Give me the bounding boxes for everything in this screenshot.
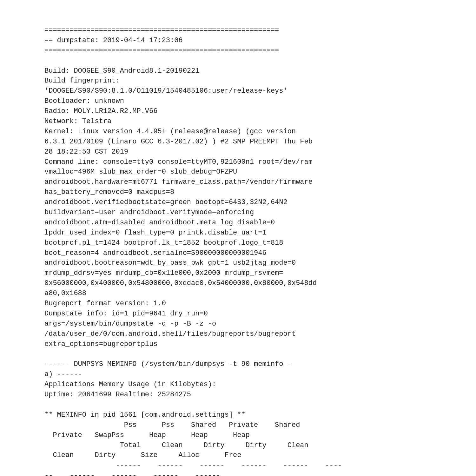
terminal-output: ========================================… bbox=[44, 25, 432, 476]
